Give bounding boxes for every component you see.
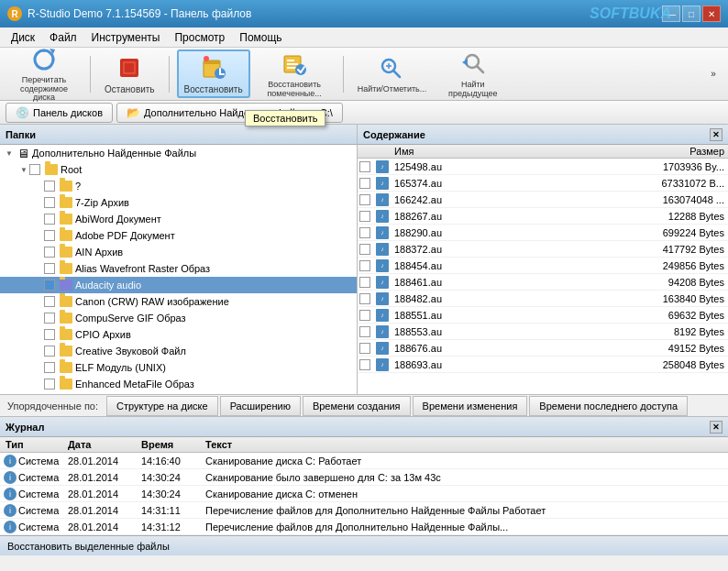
table-row[interactable]: ♪ 188553.au 8192 Bytes <box>358 324 728 340</box>
tree-checkbox[interactable] <box>44 346 55 357</box>
tree-checkbox[interactable] <box>44 280 55 291</box>
list-item[interactable]: ▼ 🖥 Дополнительно Найденные Файлы <box>0 145 357 161</box>
list-item[interactable]: ELF Модуль (UNIX) <box>0 359 357 376</box>
table-row[interactable]: i Система 28.01.2014 14:31:11 Перечислен… <box>0 502 728 519</box>
find-prev-button[interactable]: Найти предыдущее <box>436 47 509 102</box>
menu-view[interactable]: Просмотр <box>167 29 232 46</box>
col-size-header[interactable]: Размер <box>636 145 728 158</box>
table-row[interactable]: ♪ 166242.au 163074048 ... <box>358 192 728 208</box>
tree-checkbox[interactable] <box>44 181 55 192</box>
list-item[interactable]: AbiWord Документ <box>0 211 357 227</box>
tree-checkbox[interactable] <box>44 247 55 258</box>
tree-checkbox[interactable] <box>44 214 55 225</box>
sort-by-ext-button[interactable]: Расширению <box>220 396 301 416</box>
tree-checkbox[interactable] <box>44 263 55 274</box>
list-item[interactable]: CompuServe GIF Образ <box>0 310 357 326</box>
row-checkbox[interactable] <box>359 178 370 189</box>
close-button[interactable]: ✕ <box>702 5 721 22</box>
tree-checkbox[interactable] <box>44 296 55 307</box>
row-checkbox[interactable] <box>359 260 370 271</box>
list-item[interactable]: 7-Zip Архив <box>0 194 357 211</box>
list-item[interactable]: CPIO Архив <box>0 326 357 343</box>
row-checkbox[interactable] <box>359 227 370 238</box>
table-row[interactable]: i Система 28.01.2014 14:30:24 Сканирован… <box>0 469 728 486</box>
svg-rect-10 <box>287 67 296 69</box>
log-text: Сканирование диска C: отменен <box>202 487 728 501</box>
menu-tools[interactable]: Инструменты <box>84 29 168 46</box>
refresh-button[interactable]: Перечитать содержимое диска <box>6 42 83 106</box>
sort-by-modified-button[interactable]: Времени изменения <box>413 396 528 416</box>
log-type: Система <box>18 505 59 516</box>
table-row[interactable]: ♪ 188482.au 163840 Bytes <box>358 291 728 307</box>
tree-checkbox[interactable] <box>44 230 55 241</box>
row-checkbox[interactable] <box>359 161 370 172</box>
list-item[interactable]: Canon (CRW) RAW изображение <box>0 293 357 310</box>
row-checkbox[interactable] <box>359 326 370 337</box>
row-checkbox[interactable] <box>359 310 370 321</box>
disk-panel-tab[interactable]: 💿 Панель дисков <box>6 103 113 123</box>
list-item[interactable]: Adobe PDF Документ <box>0 227 357 244</box>
row-checkbox[interactable] <box>359 359 370 370</box>
list-item[interactable]: ▼ Root <box>0 161 357 178</box>
list-item[interactable]: ? <box>0 178 357 194</box>
col-name-header[interactable]: Имя <box>391 145 636 158</box>
table-row[interactable]: i Система 28.01.2014 14:30:24 Сканирован… <box>0 486 728 502</box>
sort-by-created-button[interactable]: Времени создания <box>303 396 411 416</box>
table-row[interactable]: ♪ 188290.au 699224 Bytes <box>358 225 728 241</box>
list-item[interactable]: Audacity audio <box>0 277 357 293</box>
tree-item-label: Root <box>61 164 82 175</box>
list-item[interactable]: AIN Архив <box>0 244 357 260</box>
more-tools-button[interactable]: » <box>704 66 722 82</box>
status-text: Восстановить выделенные файлы <box>7 541 170 552</box>
table-row[interactable]: ♪ 188693.au 258048 Bytes <box>358 357 728 373</box>
table-row[interactable]: ♪ 188551.au 69632 Bytes <box>358 307 728 324</box>
file-icon: ♪ <box>376 342 389 355</box>
tree-checkbox[interactable] <box>44 362 55 373</box>
sort-by-disk-button[interactable]: Структуре на диске <box>106 396 218 416</box>
log-panel-close[interactable]: ✕ <box>710 421 722 434</box>
expander-icon <box>33 313 44 324</box>
folder-tree[interactable]: ▼ 🖥 Дополнительно Найденные Файлы ▼ Root… <box>0 145 357 394</box>
content-panel-close[interactable]: ✕ <box>710 128 722 141</box>
content-table[interactable]: ♪ 125498.au 1703936 By... ♪ 165374.au 67… <box>358 159 728 394</box>
file-icon: ♪ <box>376 292 389 305</box>
table-row[interactable]: ♪ 188676.au 49152 Bytes <box>358 340 728 357</box>
menu-help[interactable]: Помощь <box>232 29 289 46</box>
table-row[interactable]: ♪ 188267.au 12288 Bytes <box>358 208 728 225</box>
tree-checkbox[interactable] <box>44 329 55 340</box>
maximize-button[interactable]: □ <box>682 5 700 22</box>
computer-icon: 🖥 <box>17 147 29 160</box>
list-item[interactable]: Creative Звуковой Файл <box>0 343 357 359</box>
log-body[interactable]: i Система 28.01.2014 14:16:40 Сканирован… <box>0 453 728 535</box>
tree-item-label: 7-Zip Архив <box>75 197 129 208</box>
sort-by-accessed-button[interactable]: Времени последнего доступа <box>529 396 688 416</box>
stop-button[interactable]: Остановить <box>98 50 161 97</box>
table-row[interactable]: i Система 28.01.2014 14:16:40 Сканирован… <box>0 453 728 469</box>
tree-checkbox[interactable] <box>44 379 55 390</box>
file-size: 67331072 B... <box>636 177 728 190</box>
row-checkbox[interactable] <box>359 211 370 222</box>
row-checkbox[interactable] <box>359 293 370 304</box>
list-item[interactable]: Enhanced MetaFile Образ <box>0 376 357 392</box>
list-item[interactable]: Alias Wavefront Raster Образ <box>0 260 357 277</box>
file-size: 94208 Bytes <box>636 276 728 289</box>
table-row[interactable]: ♪ 188454.au 249856 Bytes <box>358 258 728 274</box>
row-checkbox[interactable] <box>359 244 370 255</box>
restore-label: Восстановить <box>184 84 243 94</box>
find-mark-button[interactable]: Найти/Отметить... <box>351 51 434 97</box>
table-row[interactable]: ♪ 188461.au 94208 Bytes <box>358 274 728 291</box>
row-checkbox[interactable] <box>359 194 370 205</box>
restore-marked-button[interactable]: Восстановить помеченные... <box>254 47 336 102</box>
tree-checkbox[interactable] <box>44 197 55 208</box>
table-row[interactable]: i Система 28.01.2014 14:31:12 Перечислен… <box>0 519 728 535</box>
row-checkbox[interactable] <box>359 343 370 354</box>
restore-marked-icon <box>280 49 309 79</box>
restore-button[interactable]: Восстановить <box>177 49 250 98</box>
table-row[interactable]: ♪ 125498.au 1703936 By... <box>358 159 728 175</box>
tree-checkbox[interactable] <box>44 313 55 324</box>
tree-checkbox[interactable] <box>29 164 40 175</box>
table-row[interactable]: ♪ 165374.au 67331072 B... <box>358 175 728 192</box>
file-name: 125498.au <box>391 160 636 173</box>
table-row[interactable]: ♪ 188372.au 417792 Bytes <box>358 241 728 258</box>
row-checkbox[interactable] <box>359 277 370 288</box>
